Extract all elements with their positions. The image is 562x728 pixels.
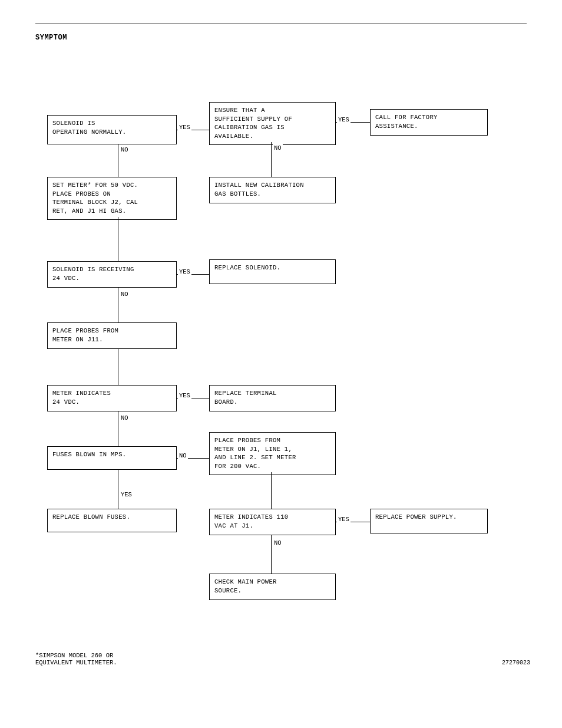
line-b11-yes — [118, 470, 118, 509]
label-no5: NO — [178, 452, 188, 459]
label-yes6: YES — [337, 516, 351, 523]
box-call-factory: CALL FOR FACTORYASSISTANCE. — [370, 109, 488, 136]
box-place-probes-j1: PLACE PROBES FROMMETER ON J1, LINE 1,AND… — [209, 432, 336, 475]
box-check-main-power: CHECK MAIN POWERSOURCE. — [209, 574, 336, 600]
box-replace-terminal: REPLACE TERMINALBOARD. — [209, 385, 336, 411]
flowchart-diagram: SOLENOID ISOPERATING NORMALLY. ENSURE TH… — [35, 50, 530, 699]
box-ensure-supply: ENSURE THAT ASUFFICIENT SUPPLY OFCALIBRA… — [209, 102, 336, 145]
box-meter-110vac: METER INDICATES 110VAC AT J1. — [209, 509, 336, 535]
box-replace-power-supply: REPLACE POWER SUPPLY. — [370, 509, 488, 533]
label-yes2: YES — [337, 116, 351, 123]
label-yes4: YES — [178, 392, 191, 399]
line-b4-b6 — [118, 217, 118, 261]
label-yes5: YES — [120, 491, 133, 498]
line-b14-no — [271, 535, 272, 574]
box-fuses-blown: FUSES BLOWN IN MPS. — [47, 446, 177, 470]
line-b12-b14 — [271, 472, 272, 509]
symptom-label: SYMPTOM — [35, 34, 527, 42]
line-b2-no — [271, 142, 272, 177]
box-replace-fuses: REPLACE BLOWN FUSES. — [47, 509, 177, 532]
line-b6-no — [118, 288, 118, 322]
label-no1: NO — [120, 146, 130, 153]
page-number: 27270023 — [502, 660, 530, 666]
box-set-meter: SET METER* FOR 50 VDC.PLACE PROBES ONTER… — [47, 177, 177, 220]
label-yes1: YES — [178, 124, 191, 131]
box-replace-solenoid: REPLACE SOLENOID. — [209, 259, 336, 284]
box-place-probes-j11: PLACE PROBES FROMMETER ON J11. — [47, 322, 177, 349]
box-meter-24vdc: METER INDICATES24 VDC. — [47, 385, 177, 411]
footnote: *SIMPSON MODEL 260 OREQUIVALENT MULTIMET… — [35, 652, 117, 666]
line-b8-b9 — [118, 349, 118, 385]
box-install-gas: INSTALL NEW CALIBRATIONGAS BOTTLES. — [209, 177, 336, 203]
box-solenoid-receiving: SOLENOID IS RECEIVING24 VDC. — [47, 261, 177, 288]
label-no6: NO — [273, 539, 283, 546]
box-solenoid-operating: SOLENOID ISOPERATING NORMALLY. — [47, 115, 177, 144]
line-b1-no — [118, 144, 118, 177]
top-divider — [35, 24, 527, 24]
line-b9-no — [118, 411, 118, 446]
label-no2: NO — [273, 144, 283, 151]
label-no4: NO — [120, 414, 130, 421]
label-yes3: YES — [178, 268, 191, 275]
label-no3: NO — [120, 291, 130, 298]
